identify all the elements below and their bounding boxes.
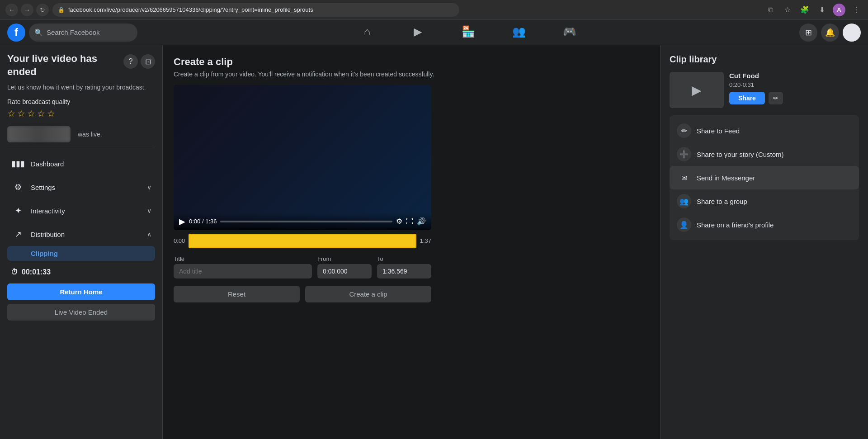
edit-button[interactable]: ✏ xyxy=(769,92,783,104)
sidebar-item-distribution[interactable]: ↗ Distribution ∧ xyxy=(7,222,155,246)
share-group-label: Share to a group xyxy=(697,198,747,205)
live-ended-button: Live Video Ended xyxy=(7,304,155,321)
clip-duration: 0:20-0:31 xyxy=(729,81,859,88)
star-2[interactable]: ☆ xyxy=(17,108,25,119)
clip-name: Cut Food xyxy=(729,72,859,80)
clip-fields: Title From To xyxy=(174,255,431,279)
action-buttons: Reset Create a clip xyxy=(174,286,431,302)
distribution-label: Distribution xyxy=(31,231,142,238)
share-option-story[interactable]: ➕ Share to your story (Custom) xyxy=(670,142,859,166)
facebook-logo[interactable]: f xyxy=(7,24,25,42)
create-clip-button[interactable]: Create a clip xyxy=(305,286,431,302)
nav-home[interactable]: ⌂ xyxy=(342,20,392,45)
share-option-messenger[interactable]: ✉ Send in Messenger xyxy=(670,166,859,189)
nav-marketplace[interactable]: 🏪 xyxy=(443,20,494,45)
return-home-button[interactable]: Return Home xyxy=(7,283,155,300)
nav-gaming[interactable]: 🎮 xyxy=(544,20,595,45)
range-track[interactable] xyxy=(189,234,416,248)
sidebar-item-interactivity[interactable]: ✦ Interactivity ∨ xyxy=(7,199,155,222)
dashboard-label: Dashboard xyxy=(31,160,151,168)
video-player[interactable]: ▶ 0:00 / 1:36 ⚙ ⛶ 🔊 xyxy=(174,85,431,230)
browser-profile[interactable]: A xyxy=(833,4,845,16)
share-feed-icon: ✏ xyxy=(677,123,691,138)
volume-button[interactable]: 🔊 xyxy=(417,217,426,226)
address-bar[interactable]: 🔒 facebook.com/live/producer/v2/62066595… xyxy=(52,3,459,17)
distribution-icon: ↗ xyxy=(11,227,25,241)
apps-grid-button[interactable]: ⊞ xyxy=(799,24,817,42)
video-settings-button[interactable]: ⚙ xyxy=(396,217,402,226)
from-input[interactable] xyxy=(317,264,372,279)
share-feed-label: Share to Feed xyxy=(697,127,740,135)
share-button[interactable]: Share xyxy=(729,92,765,104)
clipping-label: Clipping xyxy=(31,250,58,257)
profile-picture[interactable] xyxy=(843,24,861,42)
title-field-group: Title xyxy=(174,255,312,279)
main-layout: Your live video has ended ? ⊡ Let us kno… xyxy=(0,45,868,439)
timer-value: 00:01:33 xyxy=(22,268,51,276)
star-4[interactable]: ☆ xyxy=(37,108,45,119)
back-button[interactable]: ← xyxy=(5,4,18,16)
star-icon[interactable]: ☆ xyxy=(781,4,794,16)
from-label: From xyxy=(317,255,372,262)
search-icon: 🔍 xyxy=(34,28,43,37)
sidebar-item-settings[interactable]: ⚙ Settings ∨ xyxy=(7,175,155,199)
video-overlay xyxy=(174,85,431,230)
interactivity-chevron-icon: ∨ xyxy=(147,207,151,214)
distribution-chevron-icon: ∧ xyxy=(147,231,151,238)
star-1[interactable]: ☆ xyxy=(7,108,15,119)
progress-bar[interactable] xyxy=(220,221,392,222)
range-end-time: 1:37 xyxy=(420,237,431,244)
browser-nav-buttons: ← → ↻ xyxy=(5,4,49,16)
sidebar: Your live video has ended ? ⊡ Let us kno… xyxy=(0,45,163,439)
range-selection[interactable] xyxy=(189,234,416,248)
sidebar-timer: ⏱ 00:01:33 xyxy=(7,264,155,280)
nav-groups[interactable]: 👥 xyxy=(494,20,544,45)
share-messenger-label: Send in Messenger xyxy=(697,174,755,182)
video-controls: ▶ 0:00 / 1:36 ⚙ ⛶ 🔊 xyxy=(174,213,431,230)
sidebar-sub-item-clipping[interactable]: Clipping xyxy=(7,246,155,261)
share-option-feed[interactable]: ✏ Share to Feed xyxy=(670,119,859,142)
browser-actions: ⧉ ☆ 🧩 ⬇ A ⋮ xyxy=(764,4,863,16)
interactivity-label: Interactivity xyxy=(31,207,142,215)
star-5[interactable]: ☆ xyxy=(47,108,55,119)
was-live-text: was live. xyxy=(78,131,102,138)
play-button[interactable]: ▶ xyxy=(179,217,185,227)
title-input[interactable] xyxy=(174,264,312,279)
clip-item: ▶ Cut Food 0:20-0:31 Share ✏ xyxy=(670,72,859,108)
screen-share-icon[interactable]: ⧉ xyxy=(764,4,777,16)
clip-share-row: Share ✏ xyxy=(729,92,859,104)
timer-icon: ⏱ xyxy=(11,268,18,276)
share-icon-button[interactable]: ⊡ xyxy=(141,54,155,69)
share-messenger-icon: ✉ xyxy=(677,170,691,185)
extensions-icon[interactable]: 🧩 xyxy=(798,4,811,16)
reset-button[interactable]: Reset xyxy=(174,286,300,302)
facebook-header: f 🔍 Search Facebook ⌂ ▶ 🏪 👥 🎮 ⊞ 🔔 xyxy=(0,20,868,45)
clip-section-description: Create a clip from your video. You'll re… xyxy=(174,71,649,78)
settings-icon: ⚙ xyxy=(11,180,25,194)
downloads-icon[interactable]: ⬇ xyxy=(816,4,828,16)
star-3[interactable]: ☆ xyxy=(27,108,35,119)
nav-video[interactable]: ▶ xyxy=(392,20,443,45)
fullscreen-button[interactable]: ⛶ xyxy=(406,217,413,226)
notifications-button[interactable]: 🔔 xyxy=(821,24,839,42)
share-option-group[interactable]: 👥 Share to a group xyxy=(670,189,859,213)
time-display: 0:00 / 1:36 xyxy=(189,218,217,225)
browser-menu-icon[interactable]: ⋮ xyxy=(850,4,863,16)
rate-section: Rate broadcast quality ☆ ☆ ☆ ☆ ☆ xyxy=(7,98,155,119)
settings-chevron-icon: ∨ xyxy=(147,184,151,191)
clip-range-container: 0:00 1:37 xyxy=(174,234,431,248)
star-rating[interactable]: ☆ ☆ ☆ ☆ ☆ xyxy=(7,108,155,119)
sidebar-item-dashboard[interactable]: ▮▮▮ Dashboard xyxy=(7,152,155,175)
was-live-name-bar xyxy=(7,126,71,142)
title-label: Title xyxy=(174,255,312,262)
clip-library-panel: Clip library ▶ Cut Food 0:20-0:31 Share … xyxy=(660,45,868,439)
refresh-button[interactable]: ↻ xyxy=(36,4,49,16)
share-option-friends-profile[interactable]: 👤 Share on a friend's profile xyxy=(670,213,859,236)
main-content: Create a clip Create a clip from your vi… xyxy=(163,45,660,439)
search-bar[interactable]: 🔍 Search Facebook xyxy=(29,24,137,42)
help-button[interactable]: ? xyxy=(123,54,138,69)
to-input[interactable] xyxy=(377,264,431,279)
sidebar-subtitle: Let us know how it went by rating your b… xyxy=(7,84,155,91)
forward-button[interactable]: → xyxy=(21,4,33,16)
interactivity-icon: ✦ xyxy=(11,203,25,218)
